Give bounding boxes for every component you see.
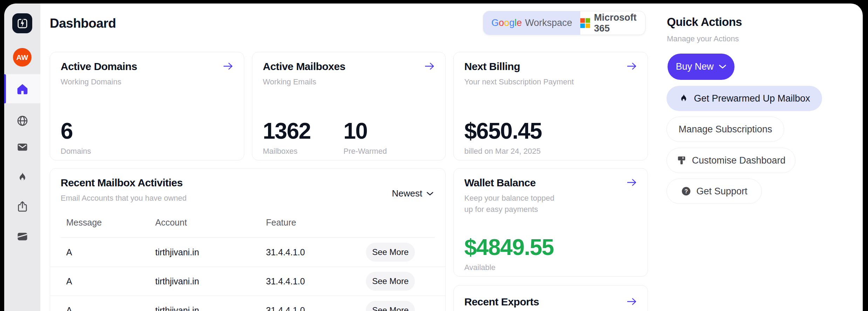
arrow-right-icon[interactable] bbox=[627, 178, 637, 188]
column-header-message: Message bbox=[66, 217, 102, 228]
card-title: Active Mailboxes bbox=[263, 61, 345, 72]
svg-text:?: ? bbox=[684, 188, 688, 194]
toggle-microsoft-365[interactable]: Microsoft 365 bbox=[580, 11, 645, 35]
wallet-balance-card: Wallet Balance Keep your balance topped … bbox=[453, 168, 648, 277]
sort-dropdown[interactable]: Newest bbox=[392, 188, 433, 199]
avatar-initials: AW bbox=[16, 53, 28, 62]
flame-icon bbox=[16, 171, 28, 183]
button-label: Get Prewarmed Up Mailbox bbox=[694, 93, 810, 104]
mailboxes-count-label: Mailboxes bbox=[263, 147, 310, 156]
home-icon bbox=[16, 83, 29, 95]
app-logo[interactable] bbox=[12, 13, 32, 33]
chevron-down-icon bbox=[426, 192, 433, 196]
card-title: Wallet Balance bbox=[464, 177, 536, 189]
card-subtitle: Your next Subscription Payment bbox=[464, 77, 574, 87]
buy-new-button[interactable]: Buy New bbox=[668, 54, 734, 80]
domains-count: 6 bbox=[61, 118, 91, 144]
table-row: A tirthjivani.in 31.4.4.1.0 See More bbox=[50, 238, 445, 267]
next-billing-card: Next Billing Your next Subscription Paym… bbox=[453, 52, 648, 160]
wallet-balance-label: Available bbox=[464, 263, 554, 272]
recent-mailbox-activities-card: Recent Mailbox Activities Email Accounts… bbox=[50, 168, 446, 311]
see-more-button[interactable]: See More bbox=[366, 243, 415, 262]
app-window: AW bbox=[4, 4, 863, 311]
get-prewarmed-mailbox-button[interactable]: Get Prewarmed Up Mailbox bbox=[667, 86, 822, 111]
table-row: A tirthjivani.in 31.4.4.1.0 See More bbox=[50, 296, 445, 311]
chevron-down-icon bbox=[719, 64, 726, 69]
arrow-right-icon[interactable] bbox=[223, 62, 233, 72]
get-support-button[interactable]: ? Get Support bbox=[667, 179, 762, 204]
arrow-right-icon[interactable] bbox=[424, 62, 435, 72]
domains-count-label: Domains bbox=[61, 147, 91, 156]
billing-date-label: billed on Mar 24, 2025 bbox=[464, 147, 542, 156]
button-label: Customise Dashboard bbox=[692, 155, 785, 166]
workspace-toggle: Google Workspace Microsoft 365 bbox=[483, 11, 645, 35]
prewarmed-count: 10 bbox=[343, 118, 387, 144]
active-domains-card: Active Domains Working Domains 6 Domains bbox=[50, 52, 244, 160]
cell-message: A bbox=[66, 238, 72, 267]
manage-subscriptions-button[interactable]: Manage Subscriptions bbox=[667, 117, 784, 142]
card-title: Active Domains bbox=[61, 61, 137, 72]
page-title: Dashboard bbox=[50, 16, 116, 31]
cell-feature: 31.4.4.1.0 bbox=[266, 296, 305, 311]
cell-message: A bbox=[66, 296, 72, 311]
wallet-balance-amount: $4849.55 bbox=[464, 234, 554, 260]
cell-account: tirthjivani.in bbox=[155, 296, 199, 311]
microsoft-logo-icon bbox=[580, 18, 590, 28]
buy-new-label: Buy New bbox=[676, 61, 713, 72]
button-label: Manage Subscriptions bbox=[678, 124, 772, 135]
sidebar: AW bbox=[4, 4, 40, 311]
quick-actions-subtitle: Manage your Actions bbox=[667, 34, 739, 43]
sidebar-item-home[interactable] bbox=[4, 74, 40, 103]
sort-label: Newest bbox=[392, 188, 422, 199]
wallet-icon bbox=[16, 230, 29, 243]
card-title: Recent Exports bbox=[464, 296, 539, 308]
prewarmed-count-label: Pre-Warmed bbox=[343, 147, 387, 156]
card-subtitle-line1: Keep your balance topped bbox=[464, 194, 554, 203]
arrow-right-icon[interactable] bbox=[627, 297, 637, 307]
globe-icon bbox=[16, 115, 29, 127]
google-logo-text: Google bbox=[491, 18, 522, 28]
toggle-google-workspace[interactable]: Google Workspace bbox=[483, 11, 580, 35]
active-mailboxes-card: Active Mailboxes Working Emails 1362 Mai… bbox=[252, 52, 446, 160]
button-label: Get Support bbox=[696, 186, 747, 197]
sidebar-item-mailboxes[interactable] bbox=[4, 137, 40, 158]
card-subtitle: Working Emails bbox=[263, 77, 316, 87]
bolt-in-square-icon bbox=[16, 18, 28, 29]
sidebar-item-domains[interactable] bbox=[4, 110, 40, 131]
card-title: Recent Mailbox Activities bbox=[61, 177, 183, 189]
mail-icon bbox=[16, 141, 29, 153]
see-more-button[interactable]: See More bbox=[366, 301, 415, 311]
cell-account: tirthjivani.in bbox=[155, 267, 199, 296]
recent-exports-card: Recent Exports bbox=[453, 285, 648, 311]
sidebar-item-warmup[interactable] bbox=[4, 167, 40, 188]
table-row: A tirthjivani.in 31.4.4.1.0 See More bbox=[50, 267, 445, 296]
card-subtitle: Email Accounts that you have owned bbox=[61, 194, 187, 203]
column-header-account: Account bbox=[155, 217, 187, 228]
sidebar-item-wallet[interactable] bbox=[4, 226, 40, 247]
sidebar-item-exports[interactable] bbox=[4, 196, 40, 217]
card-subtitle: Working Domains bbox=[61, 77, 121, 87]
see-more-button[interactable]: See More bbox=[366, 272, 415, 291]
column-header-feature: Feature bbox=[266, 217, 296, 228]
cell-account: tirthjivani.in bbox=[155, 238, 199, 267]
customise-dashboard-button[interactable]: Customise Dashboard bbox=[667, 148, 795, 173]
card-subtitle-line2: up for easy payments bbox=[464, 205, 538, 214]
google-workspace-label: Workspace bbox=[525, 18, 572, 28]
table-header-row: Message Account Feature bbox=[50, 217, 445, 234]
cell-feature: 31.4.4.1.0 bbox=[266, 267, 305, 296]
quick-actions-title: Quick Actions bbox=[667, 15, 742, 29]
active-indicator-bar bbox=[4, 74, 6, 103]
flame-icon bbox=[678, 93, 689, 104]
arrow-right-icon[interactable] bbox=[627, 62, 637, 72]
paintbrush-icon bbox=[676, 155, 687, 166]
billing-amount: $650.45 bbox=[464, 118, 542, 144]
question-circle-icon: ? bbox=[681, 186, 691, 196]
microsoft-365-label: Microsoft 365 bbox=[594, 12, 645, 34]
avatar[interactable]: AW bbox=[13, 48, 32, 67]
export-icon bbox=[16, 200, 29, 213]
cell-message: A bbox=[66, 267, 72, 296]
card-title: Next Billing bbox=[464, 61, 520, 72]
cell-feature: 31.4.4.1.0 bbox=[266, 238, 305, 267]
mailboxes-count: 1362 bbox=[263, 118, 310, 144]
